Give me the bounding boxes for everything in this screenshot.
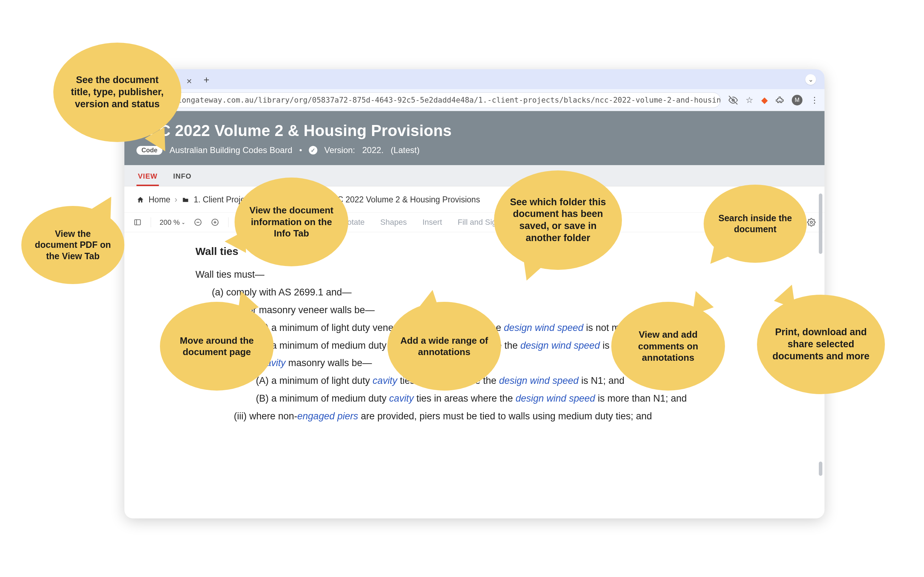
- callout-annotate: Add a wide range of annotations: [388, 302, 501, 391]
- close-tab-icon[interactable]: ✕: [186, 77, 192, 85]
- callout-view-tab: View the document PDF on the View Tab: [21, 206, 124, 284]
- version-label: Version:: [325, 145, 355, 155]
- zoom-level[interactable]: 200 % ⌄: [157, 217, 187, 228]
- document-title: NCC 2022 Volume 2 & Housing Provisions: [136, 122, 813, 140]
- page-tab-row: VIEW INFO: [124, 165, 824, 186]
- new-tab-button[interactable]: +: [204, 74, 209, 85]
- tab-overflow-icon[interactable]: ⌄: [805, 74, 816, 85]
- kebab-menu-icon[interactable]: ⋮: [810, 95, 819, 105]
- document-publisher: Australian Building Codes Board: [170, 145, 292, 155]
- home-icon[interactable]: [136, 196, 144, 204]
- browser-url-text: ginformationgateway.com.au/library/org/0…: [137, 96, 721, 105]
- check-icon: ✓: [309, 146, 317, 155]
- document-header: NCC 2022 Volume 2 & Housing Provisions C…: [124, 111, 824, 165]
- doc-line: (A) a minimum of light duty cavity ties …: [256, 373, 803, 389]
- mode-shapes[interactable]: Shapes: [380, 218, 407, 227]
- mode-insert[interactable]: Insert: [423, 218, 442, 227]
- callout-text: See the document title, type, publisher,…: [66, 74, 168, 110]
- separator-dot: [300, 149, 302, 151]
- eye-off-icon[interactable]: [729, 95, 738, 105]
- doc-line: (iii) where non-engaged piers are provid…: [234, 408, 803, 425]
- callout-comments: View and add comments on annotations: [611, 302, 725, 391]
- browser-url-field[interactable]: ginformationgateway.com.au/library/org/0…: [130, 92, 721, 108]
- svg-rect-1: [135, 220, 141, 225]
- callout-text: Search inside the document: [716, 213, 794, 235]
- browser-address-bar: ginformationgateway.com.au/library/org/0…: [124, 89, 824, 111]
- svg-point-11: [810, 221, 813, 223]
- browser-tab-strip: 2 & Housin… ✕ + ⌄: [124, 69, 824, 89]
- zoom-value: 200 %: [160, 218, 180, 227]
- callout-text: Move around the document page: [173, 335, 261, 358]
- tab-info[interactable]: INFO: [172, 167, 193, 186]
- callout-doc-title: See the document title, type, publisher,…: [53, 43, 181, 142]
- doc-line: (a) comply with AS 2699.1 and—: [212, 284, 803, 301]
- viewer-scrollbar[interactable]: [819, 462, 822, 476]
- folder-icon: [182, 197, 189, 203]
- callout-text: View the document PDF on the View Tab: [34, 228, 111, 262]
- extension-flame-icon[interactable]: ◆: [761, 95, 767, 105]
- page-scrollbar[interactable]: [819, 193, 822, 254]
- callout-folder: See which folder this document has been …: [494, 171, 622, 270]
- doc-line: (B) a minimum of medium duty cavity ties…: [256, 391, 803, 407]
- doc-line: (i) for masonry veneer walls be—: [234, 302, 803, 319]
- version-status: (Latest): [391, 145, 419, 155]
- callout-text: View and add comments on annotations: [624, 329, 712, 364]
- callout-search: Search inside the document: [704, 185, 807, 263]
- browser-profile-avatar[interactable]: M: [792, 95, 803, 105]
- callout-info-tab: View the document information on the Inf…: [234, 177, 348, 266]
- callout-settings: Print, download and share selected docum…: [757, 295, 885, 394]
- zoom-out-icon[interactable]: [191, 216, 205, 229]
- breadcrumb-item[interactable]: Home: [149, 195, 170, 205]
- avatar-letter: M: [795, 97, 799, 103]
- breadcrumb-sep: ›: [174, 195, 177, 205]
- tab-view[interactable]: VIEW: [136, 167, 159, 186]
- chevron-down-icon: ⌄: [181, 219, 186, 225]
- document-meta: Code Australian Building Codes Board ✓ V…: [136, 145, 813, 155]
- zoom-in-icon[interactable]: [208, 216, 222, 229]
- star-icon[interactable]: ☆: [746, 95, 753, 105]
- callout-text: Print, download and share selected docum…: [770, 326, 872, 362]
- extension-puzzle-icon[interactable]: [775, 96, 784, 105]
- callout-text: View the document information on the Inf…: [247, 205, 336, 239]
- version-value: 2022.: [362, 145, 383, 155]
- browser-window: 2 & Housin… ✕ + ⌄ ginformationgateway.co…: [124, 69, 824, 518]
- doc-line: Wall ties must—: [195, 267, 803, 283]
- callout-text: See which folder this document has been …: [507, 197, 609, 244]
- callout-pan: Move around the document page: [160, 302, 274, 391]
- callout-text: Add a wide range of annotations: [400, 335, 488, 358]
- sidebar-toggle-icon[interactable]: [131, 216, 144, 229]
- breadcrumb-item: NCC 2022 Volume 2 & Housing Provisions: [326, 195, 480, 205]
- browser-toolbar-icons: ☆ ◆ M ⋮: [729, 95, 819, 105]
